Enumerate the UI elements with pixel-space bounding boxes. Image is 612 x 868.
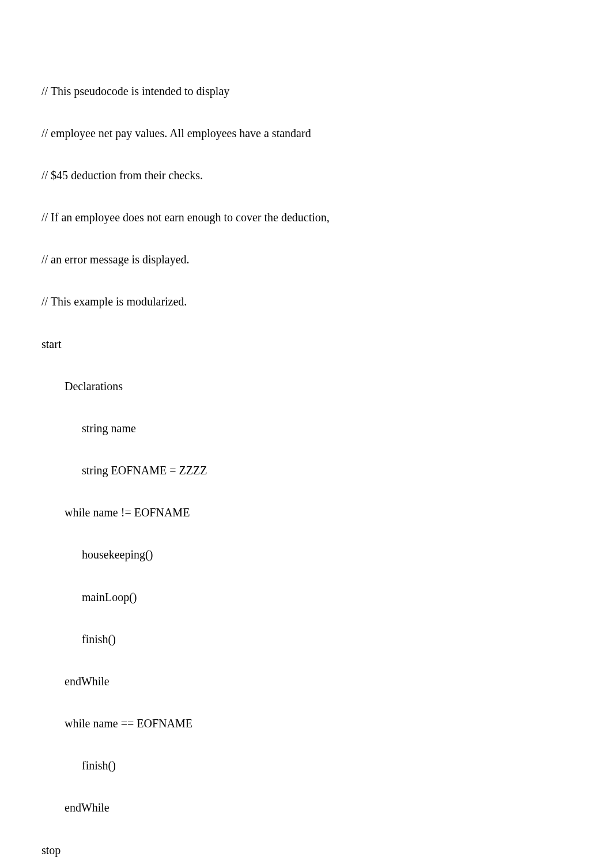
code-line: while name != EOFNAME (41, 505, 571, 519)
code-line: while name == EOFNAME (41, 716, 571, 730)
code-line: endWhile (41, 674, 571, 688)
document-page: // This pseudocode is intended to displa… (0, 0, 612, 868)
code-line: finish() (41, 632, 571, 646)
code-line: // This example is modularized. (41, 295, 571, 308)
code-line: mainLoop() (41, 590, 571, 604)
code-line: // If an employee does not earn enough t… (41, 210, 571, 224)
code-line: // This pseudocode is intended to displa… (41, 84, 571, 98)
code-line: Declarations (41, 379, 571, 393)
code-line: string name (41, 421, 571, 435)
code-line: housekeeping() (41, 548, 571, 561)
code-line: // employee net pay values. All employee… (41, 126, 571, 140)
code-line: stop (41, 843, 571, 857)
visible-code-block: // This pseudocode is intended to displa… (41, 56, 571, 868)
code-line: finish() (41, 758, 571, 772)
code-line: // an error message is displayed. (41, 252, 571, 266)
code-line: endWhile (41, 801, 571, 814)
code-line: // $45 deduction from their checks. (41, 168, 571, 182)
code-line: string EOFNAME = ZZZZ (41, 463, 571, 477)
code-line: start (41, 337, 571, 351)
